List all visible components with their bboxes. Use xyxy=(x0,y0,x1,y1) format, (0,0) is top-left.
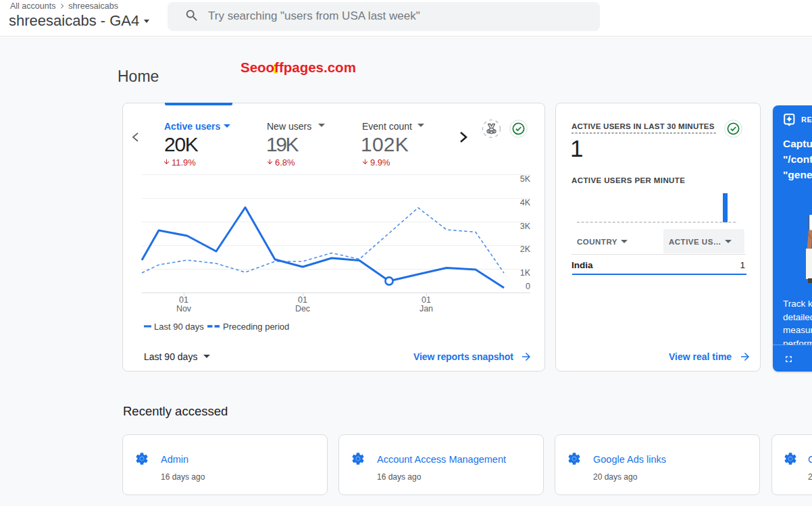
svg-text:2K: 2K xyxy=(520,245,531,254)
svg-text:5K: 5K xyxy=(520,174,531,184)
svg-text:Preceding period: Preceding period xyxy=(223,322,289,332)
svg-text:Nov: Nov xyxy=(176,304,192,313)
svg-text:0: 0 xyxy=(526,282,530,291)
svg-text:Dec: Dec xyxy=(295,304,310,313)
svg-text:01: 01 xyxy=(298,295,307,305)
svg-text:01: 01 xyxy=(422,295,431,305)
svg-text:Jan: Jan xyxy=(420,304,433,313)
svg-text:3K: 3K xyxy=(520,222,531,231)
svg-text:1K: 1K xyxy=(520,268,531,278)
svg-text:Last 90 days: Last 90 days xyxy=(154,322,204,332)
svg-text:4K: 4K xyxy=(520,198,531,207)
svg-text:01: 01 xyxy=(179,295,188,305)
